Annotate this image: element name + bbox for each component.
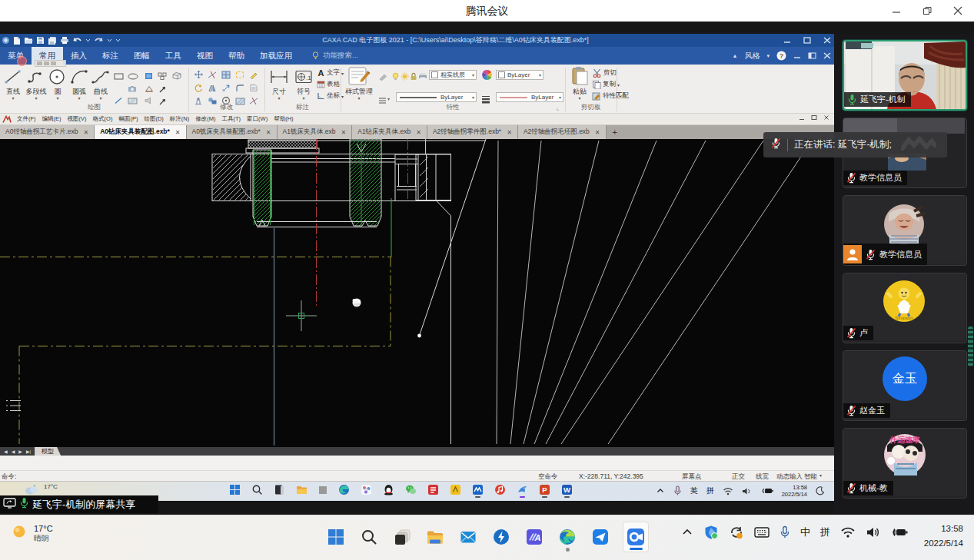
model-tab-nav-arrows[interactable]: ◀◀▶▶| <box>0 447 35 456</box>
doc-tab-close-icon[interactable]: ✕ <box>175 129 181 136</box>
model-tab[interactable]: 模型 <box>35 447 61 456</box>
shared-tray-volume-icon[interactable] <box>742 487 753 495</box>
tool-spline[interactable]: 曲线▾ <box>89 68 112 100</box>
ribbon-tab-视图[interactable]: 视图 <box>189 47 221 65</box>
tool-line[interactable]: 直线▾ <box>2 68 25 100</box>
color-dropdown[interactable]: ByLayer▾ <box>496 70 544 80</box>
taskbar-app-start[interactable] <box>325 526 347 548</box>
shared-app-powerpoint-icon[interactable]: P <box>539 484 550 495</box>
cad-drawing-canvas[interactable] <box>0 139 834 447</box>
doc-tab-close-icon[interactable]: ✕ <box>416 129 421 136</box>
color-wheel-icon[interactable] <box>481 69 493 81</box>
function-search-hint[interactable]: 功能搜索... <box>323 51 358 61</box>
doc-tab-close-icon[interactable]: ✕ <box>507 129 512 136</box>
style-menu-button[interactable]: 风格 <box>744 51 760 61</box>
doc-tab[interactable]: A1钻床夹具体.exb✕ <box>352 125 427 139</box>
shared-app-notebook-icon[interactable] <box>274 484 285 495</box>
doc-close-icon[interactable] <box>823 114 829 121</box>
status-smart-dropdown-icon[interactable]: ▾ <box>819 472 822 478</box>
draw-tool-4-icon[interactable] <box>172 71 181 80</box>
tray-power-icon[interactable] <box>891 527 908 538</box>
cad-minimize-button[interactable] <box>783 37 791 44</box>
participant-tile[interactable]: 教学信息员 <box>843 195 967 266</box>
panel-toggle-icon[interactable] <box>808 52 816 59</box>
menu-格式[interactable]: 格式(O) <box>90 115 116 123</box>
shared-app-molecule-icon[interactable] <box>361 484 372 495</box>
shared-app-caxabird-icon[interactable] <box>517 484 528 495</box>
ribbon-tab-加载应用[interactable]: 加载应用 <box>252 47 300 65</box>
shared-tray-clock[interactable]: 13:582022/5/14 <box>782 484 807 498</box>
sidebar-scrollbar-thumb[interactable] <box>968 326 973 366</box>
ribbon-minimize-icon[interactable] <box>793 52 801 59</box>
shared-app-folder-icon[interactable] <box>296 484 307 495</box>
participant-tile[interactable]: 什远速率 机械-教 <box>843 428 967 499</box>
tray-mic-icon[interactable] <box>780 525 790 539</box>
cad-close-button[interactable] <box>823 37 831 44</box>
properties-dialog-launcher-icon[interactable]: ⌞ <box>557 104 560 111</box>
modify-tool-2-icon[interactable] <box>221 71 231 79</box>
doc-tab[interactable]: A0钻床夹具装配图.exb*✕ <box>95 125 186 139</box>
open-file-icon[interactable] <box>24 36 33 45</box>
tool-style-manager[interactable]: 样式管理▾ <box>344 66 374 100</box>
tray-volume-icon[interactable] <box>866 526 881 538</box>
tool-剪切[interactable]: 剪切 <box>592 68 617 78</box>
taskbar-app-folder[interactable] <box>424 526 446 548</box>
participant-tile[interactable]: 延飞宇-机制 <box>843 40 967 111</box>
shared-app-orangekey-icon[interactable] <box>318 485 327 495</box>
taskbar-app-plane[interactable] <box>590 526 611 548</box>
tray-lang-indicator[interactable]: 中 <box>800 525 810 539</box>
doc-tab-close-icon[interactable]: ✕ <box>83 129 88 136</box>
shared-app-bluewave-icon[interactable] <box>472 484 484 495</box>
shared-tray-lang[interactable]: 英 <box>690 485 698 496</box>
tray-ime-indicator[interactable]: 拼 <box>820 525 830 539</box>
doc-tab[interactable]: A1铣床夹具体.exb✕ <box>278 125 353 139</box>
close-button[interactable] <box>948 2 968 19</box>
tool-polyline[interactable]: 多段线▾ <box>23 68 49 100</box>
taskbar-app-search[interactable] <box>358 526 380 548</box>
shared-app-music-icon[interactable] <box>494 484 506 495</box>
shared-app-redapp-icon[interactable] <box>427 484 439 495</box>
shared-app-qq-icon[interactable] <box>383 484 394 495</box>
minimize-button[interactable] <box>886 2 906 19</box>
taskbar-app-mail[interactable] <box>457 526 479 548</box>
menu-标注[interactable]: 标注(N) <box>167 115 192 123</box>
shared-app-wechat-icon[interactable] <box>405 484 417 495</box>
participant-tile[interactable]: Simpson 卢 <box>843 273 967 343</box>
menu-帮助[interactable]: 帮助(H) <box>271 115 296 123</box>
tray-guard-icon[interactable] <box>703 525 719 540</box>
draw-tool-1-icon[interactable] <box>128 73 138 80</box>
menu-文件[interactable]: 文件(F) <box>14 115 39 123</box>
shared-weather[interactable]: 17°C <box>23 483 58 495</box>
draw-tool-6-icon[interactable] <box>145 85 154 92</box>
doc-tab[interactable]: A2镗轴曲拐毛坯图.exb✕ <box>518 125 607 139</box>
tool-文字[interactable]: A文字▾ <box>317 68 344 78</box>
tool-特性匹配[interactable]: 特性匹配 <box>592 91 629 101</box>
shared-app-start-icon[interactable] <box>229 484 241 495</box>
doc-tab-close-icon[interactable]: ✕ <box>266 129 271 136</box>
restore-button[interactable] <box>917 2 937 19</box>
tray-sync-icon[interactable] <box>729 525 744 540</box>
modify-tool-5-icon[interactable] <box>194 84 203 92</box>
menu-编辑[interactable]: 编辑(E) <box>39 115 65 123</box>
prop-p-lock-icon[interactable] <box>410 72 417 81</box>
cad-maximize-button[interactable] <box>803 37 811 44</box>
modify-tool-7-icon[interactable] <box>221 84 231 92</box>
shared-app-search-icon[interactable] <box>251 484 263 495</box>
taskbar-app-taskview[interactable] <box>391 526 413 548</box>
tool-dimension[interactable]: 尺寸▾ <box>268 68 291 100</box>
draw-tool-3-icon[interactable] <box>158 72 167 80</box>
menu-幅面[interactable]: 幅面(P) <box>115 115 141 123</box>
shared-tray-power-icon[interactable] <box>761 487 773 495</box>
tool-表格[interactable]: 表格 <box>317 80 340 89</box>
print-icon[interactable] <box>60 36 69 45</box>
ribbon-collapse-icon[interactable]: ▲ <box>733 53 738 58</box>
doc-tab[interactable]: A0镗轴曲拐工艺卡片.exb✕ <box>0 125 95 139</box>
doc-tab-close-icon[interactable]: ✕ <box>595 129 600 136</box>
layer-dropdown[interactable]: 粗实线层▾ <box>429 70 477 80</box>
tool-symbol[interactable]: .1符号▾ <box>292 68 315 100</box>
draw-tool-7-icon[interactable] <box>159 86 166 93</box>
shared-tray-moon-icon[interactable] <box>816 486 825 495</box>
draw-tool-0-icon[interactable] <box>114 73 124 80</box>
modify-tool-8-icon[interactable] <box>235 84 245 92</box>
modify-tool-3-icon[interactable] <box>235 71 244 79</box>
